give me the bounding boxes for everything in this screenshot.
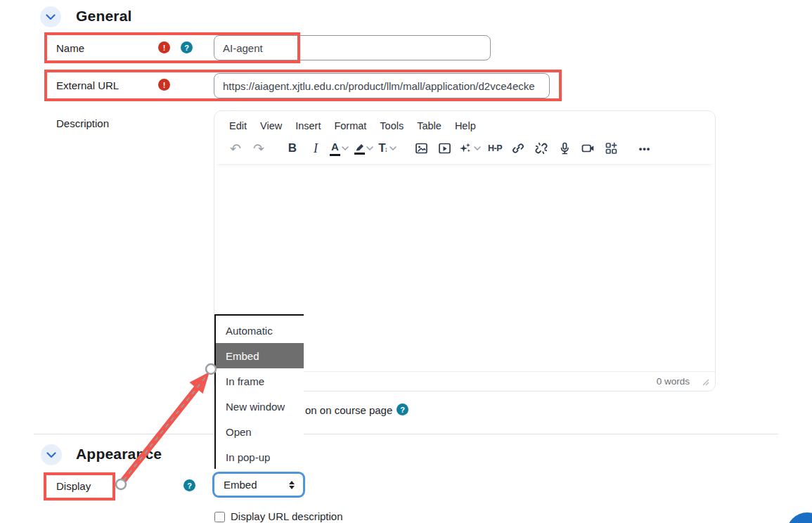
editor-menu-insert[interactable]: Insert — [295, 120, 321, 131]
video-camera-icon — [581, 141, 595, 155]
required-icon: ! — [158, 79, 170, 91]
insert-media-button[interactable] — [435, 139, 453, 157]
redo-icon: ↷ — [253, 142, 264, 155]
resize-handle-icon[interactable] — [702, 378, 709, 386]
chevron-down-icon — [474, 146, 481, 150]
dropdown-option-in-frame[interactable]: In frame — [216, 368, 304, 394]
bold-icon: B — [288, 141, 297, 155]
chevron-down-icon — [342, 146, 349, 150]
dropdown-option-automatic[interactable]: Automatic — [216, 318, 304, 343]
display-url-description-label[interactable]: Display URL description — [231, 510, 343, 522]
external-url-label: External URL — [56, 79, 119, 91]
display-description-label-fragment: on on course page — [305, 404, 392, 416]
name-input[interactable] — [214, 35, 491, 60]
redo-button[interactable]: ↷ — [250, 139, 268, 157]
display-url-description-checkbox[interactable] — [214, 512, 225, 522]
chevron-down-icon — [46, 14, 56, 20]
bold-button[interactable]: B — [283, 139, 302, 157]
dropdown-option-embed[interactable]: Embed — [216, 343, 304, 368]
help-icon[interactable]: ? — [183, 479, 195, 491]
font-size-icon: T↕ — [378, 141, 387, 155]
link-button[interactable] — [509, 139, 527, 157]
required-icon: ! — [158, 41, 170, 53]
embed-question-button[interactable] — [602, 139, 620, 157]
editor-toolbar: ↶ ↷ B I A T↕ — [214, 131, 715, 164]
description-label: Description — [56, 117, 109, 129]
external-url-input[interactable] — [214, 73, 550, 98]
unlink-button[interactable] — [532, 139, 550, 157]
insert-image-button[interactable] — [412, 139, 430, 157]
highlight-pen-icon — [354, 142, 365, 155]
word-count: 0 words — [657, 376, 690, 387]
display-select-popup: Automatic Embed In frame New window Open… — [214, 314, 304, 469]
italic-icon: I — [314, 141, 318, 156]
editor-content-area[interactable] — [214, 164, 715, 340]
italic-button[interactable]: I — [307, 139, 325, 157]
h5p-button[interactable]: H-P — [486, 139, 504, 157]
help-icon[interactable]: ? — [397, 403, 408, 415]
section-divider — [34, 434, 778, 434]
chevron-down-icon — [46, 452, 56, 458]
record-audio-button[interactable] — [555, 139, 574, 157]
text-color-icon: A — [330, 141, 340, 156]
display-label: Display — [56, 480, 91, 492]
select-updown-icon — [289, 481, 295, 489]
unlink-icon — [534, 141, 548, 155]
blocks-plus-icon — [604, 141, 619, 155]
sparkles-icon — [458, 141, 472, 155]
editor-menu-view[interactable]: View — [260, 120, 282, 131]
chevron-down-icon — [366, 146, 373, 150]
editor-menu-edit[interactable]: Edit — [229, 120, 247, 131]
media-play-icon — [437, 141, 452, 155]
display-select-value: Embed — [224, 479, 257, 491]
dropdown-option-in-pop-up[interactable]: In pop-up — [216, 444, 304, 470]
undo-icon: ↶ — [230, 142, 241, 155]
chevron-down-icon — [389, 146, 397, 150]
font-size-button[interactable]: T↕ — [378, 139, 397, 157]
editor-menu-tools[interactable]: Tools — [380, 120, 404, 131]
dropdown-option-open[interactable]: Open — [216, 419, 304, 444]
more-toolbar-button[interactable]: ••• — [636, 139, 654, 157]
highlight-color-button[interactable] — [354, 139, 373, 157]
collapse-appearance-button[interactable] — [41, 444, 62, 465]
undo-button[interactable]: ↶ — [226, 139, 245, 157]
display-select[interactable]: Embed — [212, 472, 305, 498]
collapse-general-button[interactable] — [40, 6, 61, 27]
general-section-title: General — [76, 8, 132, 25]
url-description-row: Display URL description — [214, 510, 343, 522]
h5p-icon: H-P — [488, 143, 502, 153]
image-icon — [414, 141, 429, 155]
dropdown-option-new-window[interactable]: New window — [216, 394, 304, 419]
editor-menubar: Edit View Insert Format Tools Table Help — [214, 111, 715, 131]
floating-action-button[interactable] — [787, 512, 812, 523]
editor-menu-help[interactable]: Help — [455, 120, 476, 131]
editor-menu-table[interactable]: Table — [417, 120, 442, 131]
appearance-section-title: Appearance — [76, 446, 162, 463]
link-icon — [511, 141, 525, 155]
help-icon[interactable]: ? — [181, 41, 193, 53]
microphone-icon — [558, 141, 572, 155]
record-video-button[interactable] — [579, 139, 597, 157]
text-color-button[interactable]: A — [330, 139, 349, 157]
ellipsis-icon: ••• — [639, 143, 651, 154]
ai-assist-button[interactable] — [458, 139, 481, 157]
editor-menu-format[interactable]: Format — [334, 120, 366, 131]
name-label: Name — [56, 42, 84, 54]
